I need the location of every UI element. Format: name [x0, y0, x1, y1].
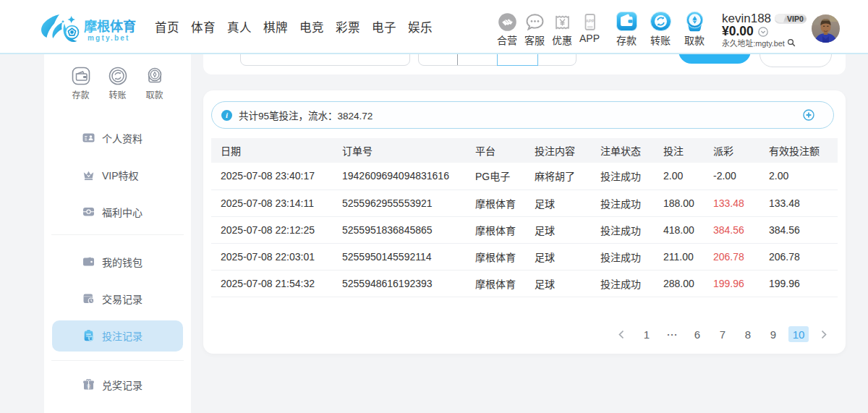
svg-text:兑: 兑: [87, 383, 91, 389]
svg-text:mgty.bet: mgty.bet: [88, 34, 130, 42]
svg-text:VIP0: VIP0: [787, 14, 804, 23]
svg-text:¥: ¥: [90, 335, 93, 340]
svg-text:APP: APP: [585, 18, 594, 22]
svg-text:摩根体育: 摩根体育: [84, 19, 136, 34]
